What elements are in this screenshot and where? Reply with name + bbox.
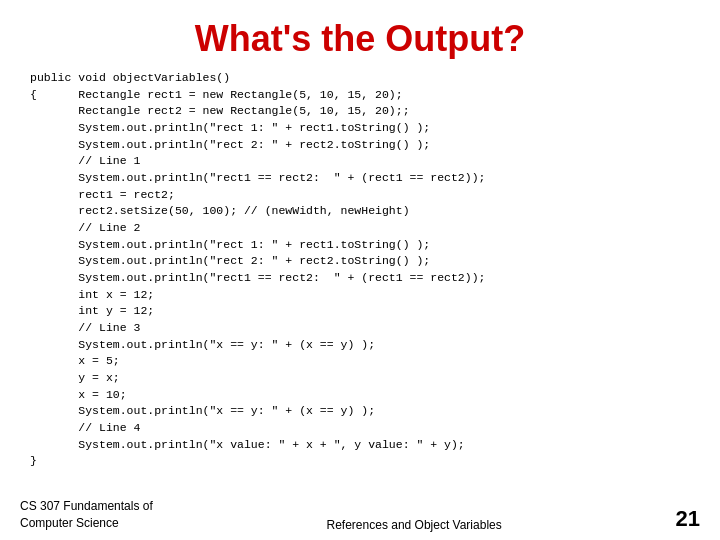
- slide-title: What's the Output?: [0, 0, 720, 70]
- code-block: public void objectVariables() { Rectangl…: [30, 70, 690, 470]
- footer: CS 307 Fundamentals of Computer Science …: [0, 492, 720, 540]
- footer-left: CS 307 Fundamentals of Computer Science: [20, 498, 153, 532]
- footer-left-line1: CS 307 Fundamentals of: [20, 499, 153, 513]
- code-area: public void objectVariables() { Rectangl…: [0, 70, 720, 492]
- slide: What's the Output? public void objectVar…: [0, 0, 720, 540]
- footer-left-line2: Computer Science: [20, 516, 119, 530]
- footer-page-number: 21: [676, 506, 700, 532]
- footer-center: References and Object Variables: [327, 518, 502, 532]
